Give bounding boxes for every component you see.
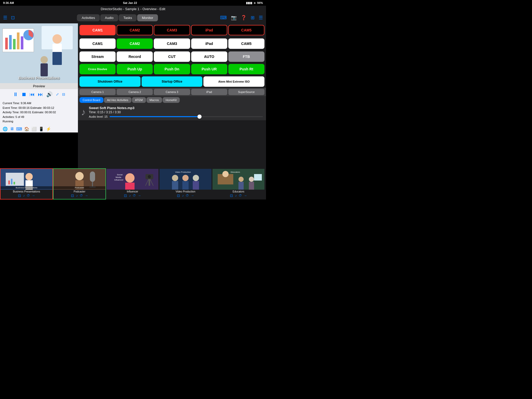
camera-icon[interactable]: 📷 — [230, 14, 238, 22]
cam1-bot-button[interactable]: CAM1 — [79, 38, 116, 49]
camera3-source-button[interactable]: Camera 3 — [154, 89, 190, 95]
push-ur-button[interactable]: Push UR — [191, 64, 227, 74]
supersource-button[interactable]: SuperSource — [228, 89, 264, 95]
thumb-educators[interactable]: Educators Educators ⊡ ♪ ⏱ → — [212, 168, 265, 200]
svg-point-28 — [125, 173, 135, 183]
list-icon[interactable]: ☰ — [258, 14, 264, 22]
split-view-button[interactable]: ⊡ — [10, 14, 16, 22]
status-date: Sat Jan 22 — [123, 1, 137, 4]
thumb-podcaster[interactable]: Podcaster Podcaster ⊡ ♪ ⏱ → — [53, 168, 106, 200]
startup-office-button[interactable]: Startup Office — [142, 76, 203, 87]
thumb-podcaster-img: Podcaster — [54, 169, 105, 190]
ipad-bot-button[interactable]: iPad — [191, 38, 227, 49]
thumb-educators-arrow-icon[interactable]: → — [244, 194, 247, 197]
atem-mini-button[interactable]: Atem Mini Extreme ISO — [203, 76, 264, 87]
thumb-influencer-title: Influencer — [127, 190, 138, 194]
cam5-bot-button[interactable]: CAM5 — [228, 38, 264, 49]
cam2-top-button[interactable]: CAM2 — [117, 25, 153, 35]
thumb-influencer-img: Social Media Influencer — [107, 169, 158, 190]
audio-slider[interactable] — [110, 116, 263, 117]
thumb-influencer[interactable]: Social Media Influencer Influencer ⊡ ♪ ⏱… — [106, 168, 159, 200]
svg-text:Social: Social — [117, 174, 123, 176]
thumb-business-label: Business Presentations — [1, 186, 52, 189]
svg-rect-54 — [254, 174, 262, 181]
ctrl-tabs: Control Board Ad Hoc Activities ATEM Mac… — [78, 96, 266, 104]
thumb-influencer-clock-icon: ⏱ — [133, 194, 136, 197]
skip-back-button[interactable]: ⏮ — [30, 91, 35, 97]
hamburger-menu-button[interactable]: ☰ — [2, 14, 8, 22]
cam2-bot-button[interactable]: CAM2 — [117, 38, 153, 49]
svg-point-15 — [25, 173, 33, 180]
cam1-top-button[interactable]: CAM1 — [79, 25, 116, 35]
svg-rect-13 — [41, 63, 48, 76]
fullscreen-button[interactable]: ⤢ — [56, 92, 59, 96]
home-icon: 🏠 — [24, 127, 29, 131]
thumb-video-img: Video Production — [159, 169, 211, 190]
camera2-source-button[interactable]: Camera 2 — [117, 89, 153, 95]
layout-icon[interactable]: ⊞ — [250, 14, 256, 22]
help-icon[interactable]: ❓ — [240, 14, 248, 22]
push-up-button[interactable]: Push Up — [117, 64, 153, 74]
thumb-influencer-arrow-icon[interactable]: → — [138, 194, 141, 197]
thumbnails-row: Business Presentations Business Presenta… — [0, 168, 266, 200]
icon-row: 🌐 🖥 ⌨ 🏠 ⬜ 📱 ⚡ — [0, 125, 78, 132]
thumb-business-controls: ⊡ ♪ ⏱ → — [18, 194, 35, 198]
camera1-source-button[interactable]: Camera 1 — [79, 89, 116, 95]
nav-bar: ☰ ⊡ Activities Audio Tasks Monitor ⌨ 📷 ❓… — [0, 12, 266, 23]
audio-section: ♪ Sweet Soft Piano Notes.mp3 Time: 0:15 … — [78, 104, 266, 120]
thumb-video-svg: Video Production — [159, 169, 211, 190]
tab-monitor[interactable]: Monitor — [137, 14, 158, 21]
ipad-source-button[interactable]: iPad — [191, 89, 227, 95]
cut-button[interactable]: CUT — [154, 51, 190, 62]
atem-tab[interactable]: ATEM — [132, 97, 146, 103]
adhoc-tab[interactable]: Ad Hoc Activities — [104, 97, 131, 103]
keyboard-icon[interactable]: ⌨ — [219, 14, 228, 22]
stop-button[interactable]: ⏹ — [21, 91, 26, 97]
thumb-podcaster-arrow-icon[interactable]: → — [85, 194, 88, 197]
ftb-button[interactable]: FTB — [228, 51, 264, 62]
trans-row: Cross Disolve Push Up Push Dn Push UR Pu… — [78, 63, 266, 75]
push-dn-button[interactable]: Push Dn — [154, 64, 190, 74]
thumb-podcaster-screen-icon: ⊡ — [71, 194, 74, 198]
signal-icon: ▮▮▮▮ — [246, 1, 252, 5]
thumb-business-arrow-icon[interactable]: → — [32, 194, 35, 197]
auto-button[interactable]: AUTO — [191, 51, 227, 62]
cam5-top-button[interactable]: CAM5 — [228, 25, 264, 35]
wifi-icon: ⌾ — [254, 1, 256, 4]
audio-thumb — [197, 115, 202, 119]
thumb-video-arrow-icon[interactable]: → — [191, 194, 194, 197]
skip-forward-button[interactable]: ⏭ — [38, 91, 43, 97]
svg-text:Video Production: Video Production — [175, 171, 191, 173]
macros-tab[interactable]: Macros — [147, 97, 162, 103]
svg-rect-29 — [125, 183, 135, 190]
cam3-bot-button[interactable]: CAM3 — [154, 38, 190, 49]
cam-row-2: CAM1 CAM2 CAM3 iPad CAM5 — [78, 37, 266, 50]
thumb-educators-svg: Educators — [212, 169, 264, 190]
shutdown-office-button[interactable]: Shutdown Office — [79, 76, 141, 87]
svg-point-12 — [41, 56, 48, 63]
thumb-video-production[interactable]: Video Production Video Production ⊡ ♪ ⏱ … — [159, 168, 212, 200]
cam3-top-button[interactable]: CAM3 — [154, 25, 190, 35]
status-time: 9:36 AM — [3, 1, 14, 4]
thumb-podcaster-clock-icon: ⏱ — [80, 194, 83, 197]
control-board-tab[interactable]: Control Board — [79, 97, 103, 103]
pause-button[interactable]: ⏸ — [13, 91, 18, 97]
cross-dissolve-button[interactable]: Cross Disolve — [79, 64, 116, 74]
app-title: DirectorStudio - Sample 1 - Overview - E… — [101, 7, 165, 11]
tab-activities[interactable]: Activities — [77, 14, 99, 21]
svg-rect-24 — [90, 171, 95, 182]
thumb-educators-music-icon: ♪ — [235, 194, 237, 197]
thumb-podcaster-label: Podcaster — [54, 186, 105, 189]
tab-audio[interactable]: Audio — [100, 14, 118, 21]
homekit-tab[interactable]: HomeKit — [163, 97, 180, 103]
volume-button[interactable]: 🔊 — [46, 91, 53, 97]
split-button[interactable]: ⊟ — [62, 92, 65, 96]
tab-tasks[interactable]: Tasks — [119, 14, 137, 21]
ipad-top-button[interactable]: iPad — [191, 25, 227, 35]
preview-label: Preview — [0, 83, 78, 89]
record-button[interactable]: Record — [117, 51, 153, 62]
thumb-business-presentations[interactable]: Business Presentations Business Presenta… — [0, 168, 53, 200]
push-rt-button[interactable]: Push Rt — [228, 64, 264, 74]
stream-button[interactable]: Stream — [79, 51, 116, 62]
svg-rect-7 — [21, 36, 23, 49]
